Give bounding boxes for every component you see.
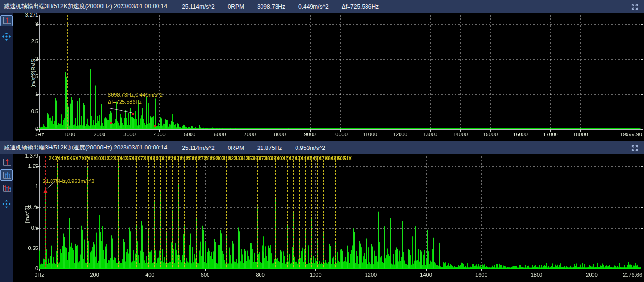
sideband-cursor-tool-icon[interactable] [0,182,13,194]
spectrum-panel-top: 减速机轴输出端3H/512K加速度(20000Hz) 2023/03/01 00… [0,0,644,141]
pan-tool-icon[interactable] [1,32,12,42]
harmonic-cursor-tool-icon[interactable] [0,169,13,181]
single-cursor-tool-icon[interactable] [0,15,13,26]
rpm-value: 0RPM [228,3,244,10]
cursor-annotation: 21.875Hz,0.953m/s^2 [43,178,95,185]
expand-icon[interactable] [630,2,639,11]
expand-icon[interactable] [630,144,639,152]
rpm-value: 0RPM [228,145,244,151]
plot-area: 1.379 [m/s^2] 00.250.50.7511.25 0Hz20040… [13,154,644,282]
tool-sidebar [0,13,13,141]
header-values: 25.114m/s^2 0RPM 3098.73Hz 0.449m/s^2 Δf… [182,3,379,10]
cursor-annotation: 3098.73Hz,0.449m/s^2 Δf=725.586Hz [108,91,163,106]
spectrum-panel-bottom: 减速机轴输出端3H/512K加速度(20000Hz) 2023/03/01 00… [0,141,644,282]
spectrum-plot-canvas[interactable] [35,155,644,277]
plot-area: 3.271 [m/s^2]RMS 00.511.522.53 0Hz100020… [13,13,644,141]
vibration-analyzer-app: 减速机轴输出端3H/512K加速度(20000Hz) 2023/03/01 00… [0,0,644,282]
overall-level-value: 25.114m/s^2 [182,3,214,10]
cursor-frequency-value: 21.875Hz [257,145,282,151]
header-values: 25.114m/s^2 0RPM 21.875Hz 0.953m/s^2 [182,145,325,151]
tool-sidebar [0,154,13,282]
plot-body: 1.379 [m/s^2] 00.250.50.7511.25 0Hz20040… [0,154,644,282]
channel-title: 减速机轴输出端3H/512K加速度(20000Hz) 2023/03/01 00… [4,2,167,11]
cursor-amplitude-value: 0.953m/s^2 [295,145,325,151]
panel-header: 减速机轴输出端3H/512K加速度(20000Hz) 2023/03/01 00… [0,0,644,13]
delta-f-value: Δf=725.586Hz [342,3,379,10]
single-cursor-tool-icon[interactable] [0,156,13,167]
cursor-amplitude-value: 0.449m/s^2 [298,3,329,10]
channel-title: 减速机轴输出端3H/512K加速度(20000Hz) 2023/03/01 00… [4,144,167,152]
cursor-frequency-value: 3098.73Hz [257,3,285,10]
plot-body: 3.271 [m/s^2]RMS 00.511.522.53 0Hz100020… [0,13,644,141]
pan-tool-icon[interactable] [1,199,12,209]
overall-level-value: 25.114m/s^2 [182,145,214,151]
spectrum-plot-canvas[interactable] [35,14,644,136]
panel-header: 减速机轴输出端3H/512K加速度(20000Hz) 2023/03/01 00… [0,141,644,154]
